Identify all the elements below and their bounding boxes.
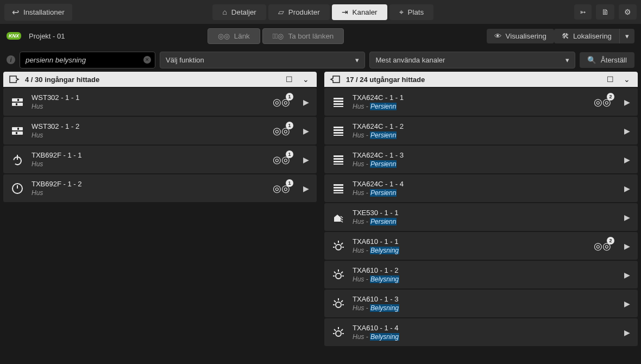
channel-item[interactable]: TXE530 - 1 - 1Hus - Persienn▶: [324, 203, 638, 231]
channel-text: WST302 - 1 - 2Hus: [32, 122, 265, 139]
svg-point-40: [336, 302, 341, 307]
highlight: Belysning: [370, 333, 399, 341]
search-input[interactable]: [20, 52, 155, 68]
channel-subtitle: Hus - Belysning: [353, 275, 611, 283]
reset-label: Återställ: [601, 56, 627, 64]
reset-button[interactable]: 🔍 Återställ: [580, 52, 634, 68]
shutter-icon: [332, 124, 345, 137]
chevron-right-icon[interactable]: ▶: [298, 155, 309, 164]
link-badge[interactable]: ◎◎1: [273, 125, 290, 137]
svg-rect-13: [334, 101, 343, 102]
channel-item[interactable]: TXA610 - 1 - 2Hus - Belysning▶: [324, 261, 638, 288]
chevron-right-icon[interactable]: ▶: [298, 98, 309, 106]
channel-item[interactable]: TXB692F - 1 - 2Hus◎◎1▶: [3, 174, 317, 202]
chevron-right-icon[interactable]: ▶: [619, 127, 630, 135]
chevron-right-icon[interactable]: ▶: [298, 184, 309, 193]
highlight: Belysning: [370, 247, 399, 254]
chevron-right-icon[interactable]: ▶: [619, 299, 630, 308]
svg-rect-24: [334, 184, 343, 186]
channel-item[interactable]: TXA610 - 1 - 4Hus - Belysning▶: [324, 318, 638, 346]
tab-location[interactable]: ⌖ Plats: [389, 4, 434, 20]
chevron-right-icon[interactable]: ▶: [619, 328, 630, 337]
tab-products[interactable]: ▱ Produkter: [268, 4, 330, 20]
collapse-icon[interactable]: ⌄: [300, 75, 311, 84]
channel-item[interactable]: TXA624C - 1 - 3Hus - Persienn▶: [324, 146, 638, 173]
svg-rect-7: [16, 132, 17, 134]
unlink-button[interactable]: ◎⃥◎ Ta bort länken: [262, 28, 344, 44]
tab-products-label: Produkter: [288, 8, 320, 16]
chevron-right-icon[interactable]: ▶: [619, 98, 630, 106]
chevron-right-icon[interactable]: ▶: [619, 213, 630, 222]
chevron-right-icon[interactable]: ▶: [298, 127, 309, 135]
channel-text: TXA624C - 1 - 4Hus - Persienn: [353, 180, 611, 197]
chevron-right-icon[interactable]: ▶: [619, 184, 630, 193]
channel-item[interactable]: TXA624C - 1 - 4Hus - Persienn▶: [324, 174, 638, 202]
channel-title: TXA624C - 1 - 4: [353, 180, 611, 188]
collapse-icon[interactable]: ⌄: [621, 75, 632, 84]
localization-button[interactable]: 🛠 Lokalisering: [554, 29, 619, 43]
channel-item[interactable]: TXA624C - 1 - 1Hus - Persienn◎◎2▶: [324, 88, 638, 116]
link-badge[interactable]: ◎◎1: [273, 96, 290, 108]
channel-subtitle: Hus - Belysning: [353, 247, 586, 254]
channel-title: TXB692F - 1 - 2: [32, 180, 265, 188]
tab-channels[interactable]: ⇥ Kanaler: [332, 4, 387, 20]
localization-dropdown[interactable]: ▾: [619, 29, 634, 43]
link-badge[interactable]: ◎◎1: [273, 183, 290, 194]
settings-icon-button[interactable]: ⚙: [619, 4, 637, 20]
link-button[interactable]: ◎◎ Länk: [208, 28, 260, 44]
channel-item[interactable]: TXA624C - 1 - 2Hus - Persienn▶: [324, 117, 638, 145]
clear-search-icon[interactable]: ✕: [143, 56, 151, 64]
highlight: Belysning: [370, 304, 399, 312]
svg-rect-17: [334, 129, 343, 131]
channel-text: TXA624C - 1 - 3Hus - Persienn: [353, 151, 611, 168]
svg-rect-15: [334, 106, 343, 107]
chevron-right-icon[interactable]: ▶: [619, 155, 630, 164]
link-label: Länk: [234, 32, 250, 40]
inputs-column: 4 / 30 ingångar hittade ☐ ⌄ WST302 - 1 -…: [3, 72, 317, 364]
channel-text: TXA610 - 1 - 4Hus - Belysning: [353, 324, 611, 341]
svg-line-43: [341, 300, 343, 302]
channel-subtitle: Hus - Persienn: [353, 218, 611, 225]
channel-item[interactable]: TXA610 - 1 - 1Hus - Belysning◎◎2▶: [324, 232, 638, 260]
svg-rect-3: [16, 103, 17, 105]
channel-title: TXA624C - 1 - 2: [353, 122, 611, 130]
svg-rect-25: [334, 187, 343, 189]
link-badge[interactable]: ◎◎2: [594, 240, 611, 252]
link-badge[interactable]: ◎◎2: [594, 96, 611, 108]
link-badge[interactable]: ◎◎1: [273, 154, 290, 166]
top-nav: ⌂ Detaljer ▱ Produkter ⇥ Kanaler ⌖ Plats: [212, 4, 433, 20]
eye-icon: 👁: [494, 32, 501, 40]
channel-text: TXB692F - 1 - 2Hus: [32, 180, 265, 197]
channel-text: TXA610 - 1 - 1Hus - Belysning: [353, 237, 586, 254]
svg-line-31: [341, 243, 343, 244]
chevron-right-icon[interactable]: ▶: [619, 242, 630, 250]
back-button[interactable]: ↩ Installationer: [4, 4, 72, 21]
svg-point-28: [336, 244, 341, 250]
highlight: Persienn: [370, 189, 397, 197]
channel-item[interactable]: TXB692F - 1 - 1Hus◎◎1▶: [3, 146, 317, 173]
channel-select[interactable]: Mest använda kanaler ▾: [369, 52, 575, 68]
channel-item[interactable]: TXA610 - 1 - 3Hus - Belysning▶: [324, 290, 638, 317]
channel-item[interactable]: WST302 - 1 - 1Hus◎◎1▶: [3, 88, 317, 116]
svg-point-34: [336, 273, 341, 279]
link-count: 1: [286, 179, 293, 187]
tab-location-label: Plats: [408, 8, 424, 16]
unlink-label: Ta bort länken: [288, 32, 334, 40]
house-icon: [332, 211, 345, 224]
function-select[interactable]: Välj funktion ▾: [160, 52, 365, 68]
chevron-down-icon: ▾: [355, 56, 359, 64]
chevron-right-icon[interactable]: ▶: [619, 271, 630, 279]
selection-box-icon[interactable]: ☐: [605, 75, 616, 84]
tab-details[interactable]: ⌂ Detaljer: [212, 4, 266, 20]
back-arrow-icon: ↩: [12, 7, 19, 17]
channel-text: TXB692F - 1 - 1Hus: [32, 151, 265, 168]
info-icon[interactable]: i: [7, 55, 15, 64]
connection-icon-button[interactable]: ➳: [574, 4, 592, 20]
link-count: 2: [607, 93, 614, 101]
svg-rect-20: [334, 155, 343, 157]
visualization-button[interactable]: 👁 Visualisering: [487, 29, 554, 43]
document-icon-button[interactable]: 🗎: [596, 4, 614, 20]
selection-box-icon[interactable]: ☐: [284, 75, 295, 84]
channel-item[interactable]: WST302 - 1 - 2Hus◎◎1▶: [3, 117, 317, 145]
channel-subtitle: Hus - Belysning: [353, 304, 611, 312]
